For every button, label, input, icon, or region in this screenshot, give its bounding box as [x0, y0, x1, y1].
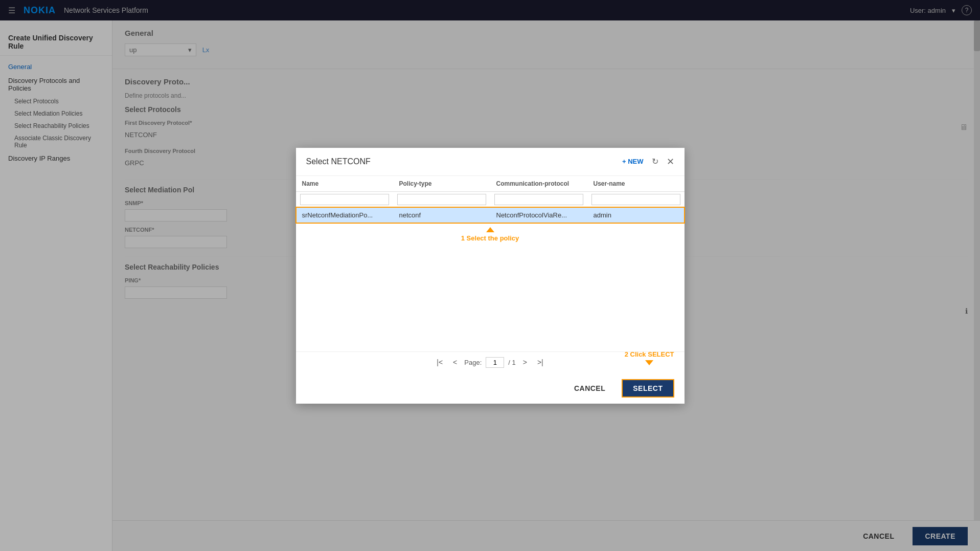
modal-select-button[interactable]: SELECT — [622, 379, 674, 398]
modal-footer: 2 Click SELECT CANCEL SELECT — [296, 373, 685, 404]
modal-header: Select NETCONF + NEW ↻ ✕ — [296, 148, 685, 176]
filter-name[interactable] — [300, 194, 389, 205]
filter-comm-protocol[interactable] — [494, 194, 583, 205]
cell-comm-protocol: NetconfProtocolViaRe... — [490, 207, 587, 223]
first-page-button[interactable]: |< — [434, 357, 446, 367]
policy-table: Name Policy-type Communication-protocol … — [296, 176, 685, 223]
hint-select-policy: 1 Select the policy — [296, 223, 685, 246]
new-button[interactable]: + NEW — [622, 158, 644, 165]
table-row[interactable]: srNetconfMediationPo... netconf NetconfP… — [296, 207, 685, 223]
cell-policy-type: netconf — [393, 207, 490, 223]
prev-page-button[interactable]: < — [450, 357, 460, 367]
last-page-button[interactable]: >| — [534, 357, 546, 367]
cell-name: srNetconfMediationPo... — [296, 207, 393, 223]
page-total: / 1 — [508, 359, 515, 366]
filter-policy-type[interactable] — [397, 194, 486, 205]
page-label: Page: — [464, 359, 482, 366]
next-page-button[interactable]: > — [520, 357, 530, 367]
col-name: Name — [296, 176, 393, 192]
modal-body: Name Policy-type Communication-protocol … — [296, 176, 685, 351]
hint-arrow-down — [645, 360, 653, 365]
modal-header-actions: + NEW ↻ ✕ — [622, 156, 674, 167]
refresh-button[interactable]: ↻ — [652, 157, 658, 166]
hint-container: 1 Select the policy — [296, 223, 685, 246]
col-user-name: User-name — [587, 176, 685, 192]
modal-overlay: Select NETCONF + NEW ↻ ✕ Name Policy-typ… — [0, 0, 980, 551]
modal-close-button[interactable]: ✕ — [667, 156, 674, 167]
col-policy-type: Policy-type — [393, 176, 490, 192]
modal-cancel-button[interactable]: CANCEL — [566, 380, 613, 396]
hint-arrow-up — [486, 227, 494, 232]
modal-title: Select NETCONF — [306, 157, 371, 166]
page-input[interactable] — [486, 357, 504, 368]
filter-user-name[interactable] — [591, 194, 680, 205]
select-netconf-modal: Select NETCONF + NEW ↻ ✕ Name Policy-typ… — [296, 148, 685, 404]
cell-user-name: admin — [587, 207, 685, 223]
hint-click-select: 2 Click SELECT — [625, 350, 674, 365]
col-comm-protocol: Communication-protocol — [490, 176, 587, 192]
